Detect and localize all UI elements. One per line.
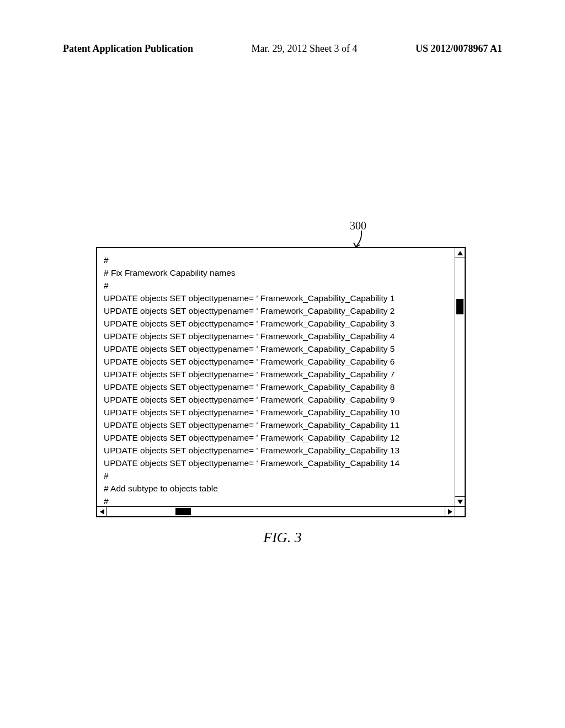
chevron-down-icon — [457, 500, 463, 504]
code-line: UPDATE objects SET objecttypename= ' Fra… — [104, 381, 455, 393]
code-viewer-window: # # Fix Framework Capability names # UPD… — [96, 247, 466, 517]
page-header: Patent Application Publication Mar. 29, … — [0, 43, 565, 55]
vertical-scroll-thumb[interactable] — [456, 299, 463, 314]
horizontal-scroll-thumb[interactable] — [175, 508, 191, 515]
code-line: UPDATE objects SET objecttypename= ' Fra… — [104, 419, 455, 431]
code-line: UPDATE objects SET objecttypename= ' Fra… — [104, 406, 455, 419]
code-line: UPDATE objects SET objecttypename= ' Fra… — [104, 355, 455, 368]
code-content: # # Fix Framework Capability names # UPD… — [97, 248, 455, 506]
code-line: UPDATE objects SET objecttypename= ' Fra… — [104, 431, 455, 444]
horizontal-scrollbar[interactable] — [97, 506, 455, 516]
code-line: UPDATE objects SET objecttypename= ' Fra… — [104, 444, 455, 457]
code-line: # Add subtype to objects table — [104, 482, 455, 495]
header-right: US 2012/0078967 A1 — [415, 43, 502, 55]
code-line: UPDATE objects SET objecttypename= ' Fra… — [104, 393, 455, 406]
figure-caption: FIG. 3 — [0, 529, 565, 546]
scroll-down-button[interactable] — [455, 496, 465, 506]
header-left: Patent Application Publication — [63, 43, 193, 55]
code-line: UPDATE objects SET objecttypename= ' Fra… — [104, 342, 455, 355]
page: Patent Application Publication Mar. 29, … — [0, 0, 565, 728]
code-line: # — [104, 279, 455, 292]
code-line: UPDATE objects SET objecttypename= ' Fra… — [104, 304, 455, 317]
reference-arrow-icon — [353, 231, 366, 249]
scroll-right-button[interactable] — [445, 507, 455, 516]
code-line: # — [104, 254, 455, 266]
code-line: UPDATE objects SET objecttypename= ' Fra… — [104, 292, 455, 304]
code-line: UPDATE objects SET objecttypename= ' Fra… — [104, 330, 455, 342]
header-center: Mar. 29, 2012 Sheet 3 of 4 — [252, 43, 358, 55]
scroll-up-button[interactable] — [455, 248, 465, 258]
chevron-up-icon — [457, 251, 463, 255]
code-line: UPDATE objects SET objecttypename= ' Fra… — [104, 317, 455, 330]
code-line: # — [104, 469, 455, 482]
chevron-right-icon — [448, 509, 452, 515]
scrollbar-corner — [455, 506, 465, 516]
code-line: UPDATE objects SET objecttypename= ' Fra… — [104, 457, 455, 469]
code-line: UPDATE objects SET objecttypename= ' Fra… — [104, 368, 455, 381]
code-line: # — [104, 495, 455, 506]
vertical-scrollbar[interactable] — [455, 248, 465, 506]
scroll-left-button[interactable] — [97, 507, 107, 516]
chevron-left-icon — [100, 509, 104, 515]
code-line: # Fix Framework Capability names — [104, 266, 455, 279]
